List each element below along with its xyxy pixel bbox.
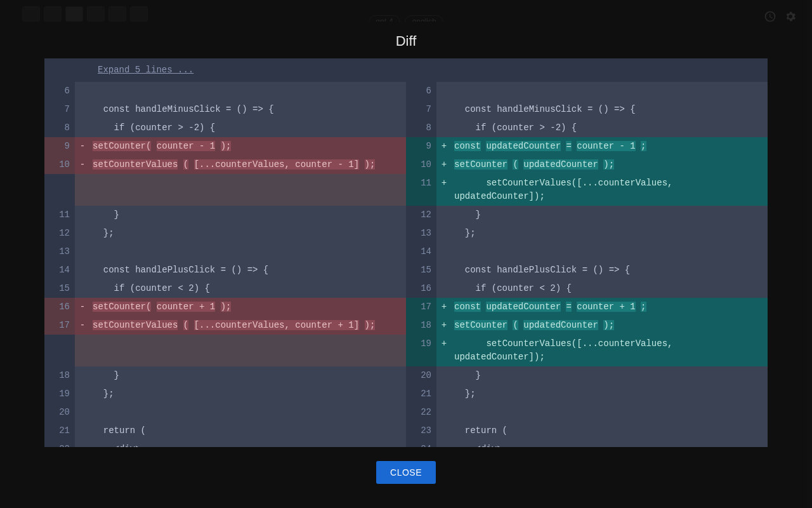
line-number-right: 17 <box>406 298 436 316</box>
code-left: const handleMinusClick = () => { <box>90 100 406 119</box>
minus-sign: - <box>75 137 90 156</box>
expand-row[interactable]: Expand 5 lines ... <box>44 58 768 82</box>
line-number-right: 13 <box>406 224 436 243</box>
diff-row-context: 8 if (counter > -2) {8 if (counter > -2)… <box>44 119 768 137</box>
line-number-right: 22 <box>406 403 436 422</box>
minus-sign: - <box>75 316 90 335</box>
diff-viewer[interactable]: Expand 5 lines ...667 const handleMinusC… <box>44 58 768 447</box>
diff-row-context: 14 const handlePlusClick = () => {15 con… <box>44 261 768 279</box>
diff-modal: Diff Expand 5 lines ...667 const handleM… <box>13 22 799 495</box>
code-deleted: setCounterValues ( [...counterValues, co… <box>90 156 406 174</box>
code-right: const handlePlusClick = () => { <box>452 261 768 279</box>
plus-sign: + <box>436 298 452 316</box>
diff-row-context: 19 };21 }; <box>44 385 768 403</box>
code-right: const handleMinusClick = () => { <box>452 100 768 119</box>
code-right: if (counter < 2) { <box>452 279 768 298</box>
line-number-left: 8 <box>44 119 75 137</box>
code-left <box>90 82 406 100</box>
line-number-left: 14 <box>44 261 75 279</box>
code-right <box>452 82 768 100</box>
line-number-right: 6 <box>406 82 436 100</box>
code-added: setCounterValues([...counterValues, upda… <box>452 174 768 206</box>
code-right: } <box>452 206 768 224</box>
code-right: } <box>452 366 768 385</box>
diff-row-added: 19+ setCounterValues([...counterValues, … <box>44 335 768 366</box>
line-number-right: 16 <box>406 279 436 298</box>
diff-row-context: 11 }12 } <box>44 206 768 224</box>
code-left: return ( <box>90 422 406 440</box>
line-number-right: 8 <box>406 119 436 137</box>
line-number-right: 7 <box>406 100 436 119</box>
code-deleted: setCounter( counter + 1 ); <box>90 298 406 316</box>
diff-row-changed: 10-setCounterValues ( [...counterValues,… <box>44 156 768 174</box>
diff-row-context: 1314 <box>44 243 768 261</box>
diff-row-context: 18 }20 } <box>44 366 768 385</box>
code-left: <div> <box>90 440 406 447</box>
line-number-right: 15 <box>406 261 436 279</box>
line-number-right: 24 <box>406 440 436 447</box>
diff-row-context: 66 <box>44 82 768 100</box>
code-left: }; <box>90 224 406 243</box>
line-number-left: 7 <box>44 100 75 119</box>
diff-row-context: 12 };13 }; <box>44 224 768 243</box>
close-button[interactable]: CLOSE <box>376 461 436 484</box>
line-number-left: 15 <box>44 279 75 298</box>
line-number-left: 13 <box>44 243 75 261</box>
code-added: const updatedCounter = counter + 1 ; <box>452 298 768 316</box>
line-number-left: 21 <box>44 422 75 440</box>
diff-row-changed: 17-setCounterValues ( [...counterValues,… <box>44 316 768 335</box>
line-number-left: 17 <box>44 316 75 335</box>
line-number-left: 22 <box>44 440 75 447</box>
plus-sign: + <box>436 174 452 206</box>
minus-sign: - <box>75 298 90 316</box>
line-number-right: 14 <box>406 243 436 261</box>
code-left <box>90 243 406 261</box>
line-number-right: 20 <box>406 366 436 385</box>
code-left: } <box>90 366 406 385</box>
code-right <box>452 243 768 261</box>
code-left: if (counter > -2) { <box>90 119 406 137</box>
line-number-left: 18 <box>44 366 75 385</box>
code-left: if (counter < 2) { <box>90 279 406 298</box>
diff-row-context: 7 const handleMinusClick = () => {7 cons… <box>44 100 768 119</box>
diff-row-context: 15 if (counter < 2) {16 if (counter < 2)… <box>44 279 768 298</box>
plus-sign: + <box>436 137 452 156</box>
code-right: }; <box>452 224 768 243</box>
code-added: const updatedCounter = counter - 1 ; <box>452 137 768 156</box>
line-number-right: 19 <box>406 335 436 366</box>
modal-footer: CLOSE <box>13 447 799 495</box>
line-number-right: 10 <box>406 156 436 174</box>
modal-title: Diff <box>13 22 799 58</box>
code-right <box>452 403 768 422</box>
code-right: }; <box>452 385 768 403</box>
diff-row-context: 2022 <box>44 403 768 422</box>
line-number-left: 6 <box>44 82 75 100</box>
diff-row-context: 21 return (23 return ( <box>44 422 768 440</box>
line-number-left: 16 <box>44 298 75 316</box>
code-added: setCounterValues([...counterValues, upda… <box>452 335 768 366</box>
line-number-right: 11 <box>406 174 436 206</box>
plus-sign: + <box>436 316 452 335</box>
expand-link[interactable]: Expand 5 lines ... <box>93 61 199 79</box>
code-right: if (counter > -2) { <box>452 119 768 137</box>
code-left: } <box>90 206 406 224</box>
line-number-left: 12 <box>44 224 75 243</box>
line-number-right: 21 <box>406 385 436 403</box>
diff-row-context: 22 <div>24 <div> <box>44 440 768 447</box>
code-left: }; <box>90 385 406 403</box>
code-deleted: setCounter( counter - 1 ); <box>90 137 406 156</box>
line-number-right: 18 <box>406 316 436 335</box>
plus-sign: + <box>436 335 452 366</box>
diff-table: Expand 5 lines ...667 const handleMinusC… <box>44 58 768 447</box>
code-left: const handlePlusClick = () => { <box>90 261 406 279</box>
line-number-left: 19 <box>44 385 75 403</box>
plus-sign: + <box>436 156 452 174</box>
minus-sign: - <box>75 156 90 174</box>
code-right: <div> <box>452 440 768 447</box>
diff-row-added: 11+ setCounterValues([...counterValues, … <box>44 174 768 206</box>
code-right: return ( <box>452 422 768 440</box>
line-number-left: 9 <box>44 137 75 156</box>
line-number-right: 12 <box>406 206 436 224</box>
code-added: setCounter ( updatedCounter ); <box>452 316 768 335</box>
diff-row-changed: 16-setCounter( counter + 1 );17+const up… <box>44 298 768 316</box>
